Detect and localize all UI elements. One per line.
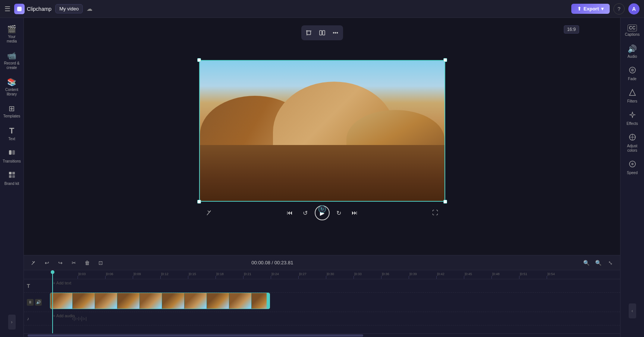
cut-button[interactable]: ✂ <box>69 258 79 268</box>
sidebar-label-brand-kit: Brand kit <box>4 182 19 186</box>
timeline-scrollbar[interactable] <box>24 333 620 337</box>
corner-handle-tr[interactable] <box>443 58 447 62</box>
skip-back-button[interactable]: ⏮ <box>283 207 296 219</box>
magic-tool-button[interactable] <box>28 258 39 268</box>
sidebar-item-templates[interactable]: ⊞ Templates <box>1 101 22 122</box>
right-sidebar-label-effects: Effects <box>626 122 638 126</box>
svg-rect-1 <box>9 150 12 155</box>
ruler-mark-003: |0:03 <box>78 276 105 279</box>
right-sidebar-item-effects[interactable]: Effects <box>622 108 643 129</box>
ruler-mark-015: |0:15 <box>188 276 216 279</box>
sidebar-label-transitions: Transitions <box>3 159 21 164</box>
audio-track-label: ♪ <box>24 316 50 321</box>
video-clip[interactable] <box>50 293 270 309</box>
svg-rect-5 <box>9 175 12 178</box>
corner-handle-bl[interactable] <box>197 200 201 204</box>
ruler-mark-006: |0:06 <box>105 276 133 279</box>
speed-icon <box>629 160 636 170</box>
add-text-hint[interactable]: + Add text <box>50 281 74 285</box>
ruler-mark-045: |0:45 <box>464 276 491 279</box>
text-track-row: T + Add text <box>24 279 620 293</box>
fullscreen-button[interactable]: ⛶ <box>429 207 442 219</box>
sidebar-item-content-library[interactable]: 📚 Content library <box>1 75 22 100</box>
user-avatar[interactable]: A <box>628 3 640 15</box>
undo-button[interactable]: ↩ <box>42 258 52 268</box>
sidebar-item-text[interactable]: T Text <box>1 123 22 144</box>
crop-button[interactable] <box>303 27 315 39</box>
corner-handle-tl[interactable] <box>197 58 201 62</box>
ruler-mark-048: |0:48 <box>491 276 519 279</box>
topbar: ☰ Clipchamp My video ☁ ⬆ Export ▾ ? A <box>0 0 644 18</box>
menu-icon[interactable]: ☰ <box>4 5 10 13</box>
clip-mute-button[interactable]: ⏸ <box>27 299 34 306</box>
fast-forward-button[interactable]: ↻ <box>333 207 345 219</box>
timeline-toolbar: ↩ ↪ ✂ 🗑 ⊡ 00:00.08 / 00:23.81 🔍 🔍 ⤡ <box>24 255 620 270</box>
svg-rect-11 <box>323 31 325 35</box>
right-sidebar-item-captions[interactable]: CC Captions <box>622 22 643 40</box>
zoom-in-button[interactable]: 🔍 <box>593 258 604 268</box>
sidebar-item-record-create[interactable]: 📹 Record & create <box>1 48 22 73</box>
audio-track-row: ♪ + Add audio <box>24 312 620 325</box>
ruler-mark-021: |0:21 <box>243 276 271 279</box>
video-title[interactable]: My video <box>55 4 83 13</box>
preview-area: 16:9 ••• <box>24 18 620 255</box>
right-sidebar-label-audio: Audio <box>628 54 637 59</box>
svg-rect-3 <box>9 172 12 174</box>
zoom-out-button[interactable]: 🔍 <box>581 258 592 268</box>
record-create-icon: 📹 <box>7 51 16 60</box>
sidebar-item-transitions[interactable]: Transitions <box>1 146 22 167</box>
right-sidebar-item-filters[interactable]: Filters <box>622 86 643 107</box>
help-question-icon: ? <box>618 6 621 12</box>
sidebar-item-your-media[interactable]: 🎬 Your media <box>1 22 22 47</box>
export-label: Export <box>584 6 599 12</box>
export-button[interactable]: ⬆ Export ▾ <box>571 4 610 14</box>
templates-icon: ⊞ <box>9 104 15 113</box>
ruler-marks: |0:03 |0:06 |0:09 |0:12 <box>50 270 574 279</box>
more-dots-icon: ••• <box>333 30 338 36</box>
video-canvas[interactable] <box>199 60 445 202</box>
right-sidebar-item-adjust-colors[interactable]: Adjust colors <box>622 130 643 156</box>
filters-icon <box>629 89 636 98</box>
clip-thumb-2 <box>73 293 95 309</box>
split-view-button[interactable] <box>316 27 328 39</box>
corner-handle-br[interactable] <box>443 200 447 204</box>
ruler-mark-030: |0:30 <box>326 276 354 279</box>
rewind-button[interactable]: ↺ <box>299 207 312 219</box>
right-sidebar-collapse-button[interactable]: ‹ <box>629 303 636 318</box>
timeline-expand-button[interactable]: ⤡ <box>605 258 616 268</box>
your-media-icon: 🎬 <box>7 25 16 34</box>
right-sidebar-label-filters: Filters <box>627 99 637 104</box>
help-button[interactable]: ? <box>613 3 625 15</box>
dune-floor <box>200 145 444 201</box>
app-name: Clipchamp <box>27 6 51 12</box>
clip-audio-button[interactable]: 🔊 <box>35 299 42 306</box>
audio-track-content: + Add audio <box>50 312 620 325</box>
ruler-mark-042: |0:42 <box>436 276 464 279</box>
svg-rect-10 <box>320 31 322 35</box>
clip-end-handle[interactable] <box>267 293 270 309</box>
ruler-mark-027: |0:27 <box>298 276 326 279</box>
redo-button[interactable]: ↪ <box>55 258 66 268</box>
clip-thumb-6 <box>162 293 185 309</box>
right-sidebar: CC Captions 🔊 Audio Fade Filters Effects <box>620 18 644 337</box>
magic-edit-button[interactable] <box>203 207 216 219</box>
timeline-time-display: 00:00.08 / 00:23.81 <box>251 260 293 265</box>
rotation-handle[interactable]: ↻ <box>318 205 326 213</box>
right-sidebar-item-fade[interactable]: Fade <box>622 63 643 84</box>
sidebar-label-templates: Templates <box>3 114 21 119</box>
right-sidebar-item-audio[interactable]: 🔊 Audio <box>622 41 643 62</box>
sidebar-item-brand-kit[interactable]: Brand kit <box>1 168 22 189</box>
more-options-button[interactable]: ••• <box>330 27 342 39</box>
delete-button[interactable]: 🗑 <box>82 258 92 268</box>
right-sidebar-item-speed[interactable]: Speed <box>622 157 643 178</box>
logo-icon <box>14 4 25 14</box>
timeline-scrollbar-thumb[interactable] <box>28 334 363 337</box>
sidebar-expand-button[interactable]: › <box>8 315 16 330</box>
audio-track-icon: ♪ <box>27 316 29 321</box>
center-area: 16:9 ••• <box>24 18 620 337</box>
video-track-content[interactable] <box>50 293 620 312</box>
split-button[interactable]: ⊡ <box>95 258 106 268</box>
ruler-mark-009: |0:09 <box>133 276 160 279</box>
timeline-area: ↩ ↪ ✂ 🗑 ⊡ 00:00.08 / 00:23.81 🔍 🔍 ⤡ <box>24 255 620 337</box>
skip-forward-button[interactable]: ⏭ <box>348 207 361 219</box>
